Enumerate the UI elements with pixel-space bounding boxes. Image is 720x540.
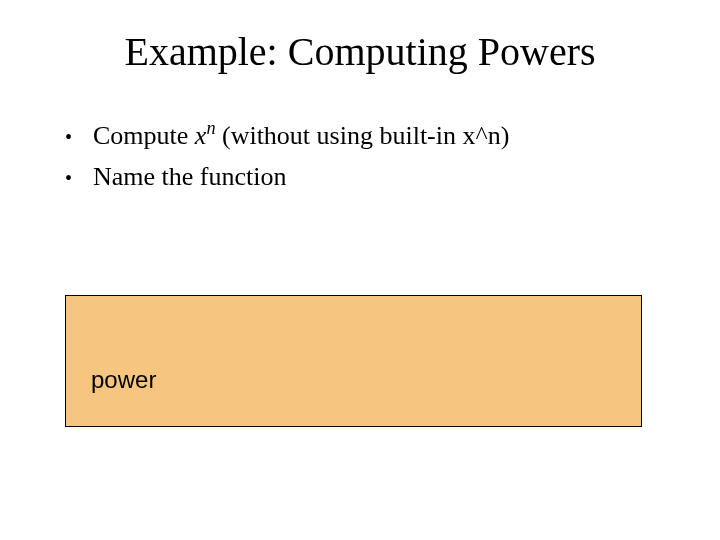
bullet-dot-icon: • [65, 162, 93, 194]
bullet-item: • Compute xn (without using built-in x^n… [65, 115, 665, 154]
bullet-text: Name the function [93, 158, 287, 196]
answer-text: power [91, 366, 156, 394]
slide: Example: Computing Powers • Compute xn (… [0, 0, 720, 540]
bullet-list: • Compute xn (without using built-in x^n… [65, 115, 665, 200]
bullet-prefix: Compute [93, 121, 195, 150]
bullet-text: Compute xn (without using built-in x^n) [93, 115, 509, 154]
bullet-suffix: (without using built-in x^n) [215, 121, 509, 150]
math-base: x [195, 121, 207, 150]
answer-box: power [65, 295, 642, 427]
slide-title: Example: Computing Powers [0, 28, 720, 75]
bullet-item: • Name the function [65, 158, 665, 196]
bullet-dot-icon: • [65, 121, 93, 153]
